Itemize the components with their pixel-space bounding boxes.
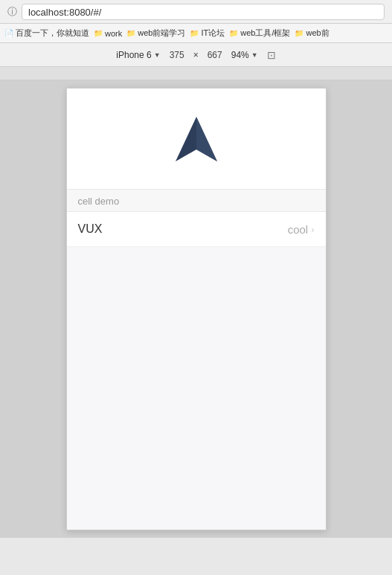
cell-value: cool xyxy=(288,223,309,236)
bookmark-label: work xyxy=(105,29,122,38)
phone-frame: cell demo VUX cool › xyxy=(66,88,327,530)
zoom-level: 94% xyxy=(231,50,249,60)
cell-row[interactable]: VUX cool › xyxy=(67,212,326,247)
chevron-right-icon: › xyxy=(311,224,314,235)
bookmarks-bar: 📄 百度一下，你就知道 📁 work 📁 web前端学习 📁 IT论坛 📁 we… xyxy=(0,24,392,43)
bookmark-web[interactable]: 📁 web前 xyxy=(295,28,329,39)
bookmark-folder-icon: 📄 xyxy=(4,29,13,37)
device-selector[interactable]: iPhone 6 ▼ xyxy=(116,50,160,60)
device-toolbar: iPhone 6 ▼ 375 × 667 94% ▼ ⊡ xyxy=(0,43,392,67)
bookmark-it[interactable]: 📁 IT论坛 xyxy=(190,28,225,39)
bookmark-frontend[interactable]: 📁 web前端学习 xyxy=(126,28,185,39)
vux-logo xyxy=(167,111,226,170)
cell-label: VUX xyxy=(78,222,103,236)
cell-value-area: cool › xyxy=(288,223,315,236)
chevron-down-icon: ▼ xyxy=(154,51,161,59)
bookmark-folder-icon: 📁 xyxy=(295,29,303,37)
bookmark-folder-icon: 📁 xyxy=(229,29,238,37)
bookmark-baidu[interactable]: 📄 百度一下，你就知道 xyxy=(4,28,89,39)
url-field[interactable]: localhost:8080/#/ xyxy=(22,4,385,20)
bookmark-folder-icon: 📁 xyxy=(126,29,135,37)
viewport: cell demo VUX cool › xyxy=(0,80,392,538)
bookmark-folder-icon: 📁 xyxy=(94,29,103,37)
bookmark-label: web工具/框架 xyxy=(240,28,290,39)
bookmark-tools[interactable]: 📁 web工具/框架 xyxy=(229,28,290,39)
bookmark-folder-icon: 📁 xyxy=(190,29,199,37)
empty-content-area xyxy=(67,247,326,530)
width-value: 375 xyxy=(170,50,184,60)
bookmark-work[interactable]: 📁 work xyxy=(94,29,122,38)
dimension-x: × xyxy=(193,50,199,60)
rotate-icon[interactable]: ⊡ xyxy=(267,49,276,61)
section-label: cell demo xyxy=(67,189,326,212)
height-value: 667 xyxy=(208,50,222,60)
device-name: iPhone 6 xyxy=(116,50,151,60)
zoom-selector[interactable]: 94% ▼ xyxy=(231,50,258,60)
chevron-down-icon: ▼ xyxy=(251,51,258,59)
ruler-ticks xyxy=(0,67,392,80)
logo-area xyxy=(67,89,326,189)
bookmark-label: web前 xyxy=(306,28,329,39)
bookmark-label: web前端学习 xyxy=(138,28,185,39)
bookmark-label: 百度一下，你就知道 xyxy=(16,28,89,39)
bookmark-label: IT论坛 xyxy=(201,28,225,39)
ruler xyxy=(0,67,392,80)
info-icon: ⓘ xyxy=(7,5,17,19)
svg-marker-1 xyxy=(196,117,217,161)
address-bar: ⓘ localhost:8080/#/ xyxy=(0,0,392,24)
